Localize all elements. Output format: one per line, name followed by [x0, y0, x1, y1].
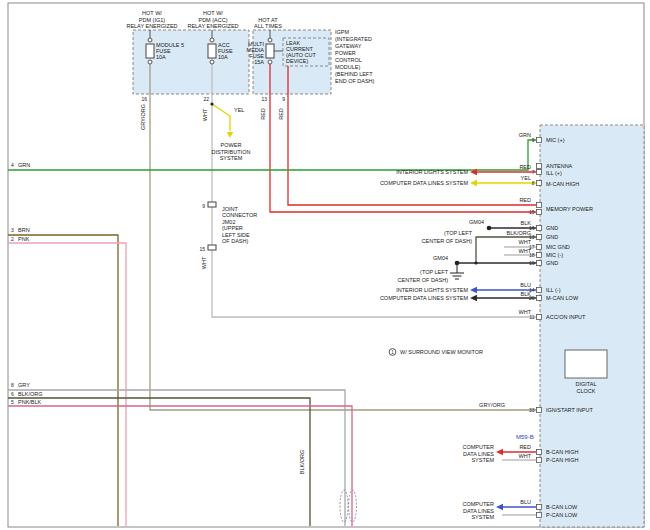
sys-data-lines-1: COMPUTER DATA LINES SYSTEM [380, 180, 469, 186]
sys-data-lines-3c: SYSTEM [471, 457, 494, 463]
component-pin-square-14 [537, 408, 542, 413]
lbl-pnk-left: PNK [18, 236, 30, 242]
left-pin-8: 8 [11, 382, 14, 388]
fuse-module5-body [146, 44, 154, 58]
component-pin-square-10 [537, 261, 542, 266]
fuse-multimedia-bottom-terminal [268, 60, 272, 64]
hot-ig1-3: RELAY ENERGIZED [126, 23, 177, 29]
igpm-label-5: CONTROL [335, 57, 362, 63]
digital-clock-label-2: CLOCK [577, 388, 596, 394]
wire-blk-org-left [8, 398, 310, 526]
arrow-data-lines-2 [470, 295, 477, 301]
row-gnd-19: GND [546, 260, 558, 266]
arrow-data-lines-4 [496, 504, 503, 510]
comp-pin-16: 16 [529, 225, 535, 231]
row-pcan-low: P-CAN LOW [546, 512, 578, 518]
comp-pin-33: 33 [529, 407, 535, 413]
power-dist-3: SYSTEM [220, 155, 243, 161]
fuse-acc-bottom-terminal [210, 60, 214, 64]
component-pin-square-5 [537, 210, 542, 215]
comp-pin-14: 14 [529, 287, 535, 293]
lbl-grn-left: GRN [18, 162, 30, 168]
row-antenna: ANTENNA [546, 163, 573, 169]
component-pin-square-6 [537, 226, 542, 231]
jm02-label-1: JOINT [222, 206, 239, 212]
gm04-1-loc-2: CENTER OF DASH) [422, 238, 473, 244]
comp-pin-8: 8 [532, 180, 535, 186]
row-ign-start-input: IGN/START INPUT [546, 407, 593, 413]
igpm-label-8: END OF DASH) [335, 78, 375, 84]
rlbl-gry-org: GRY/ORG [479, 402, 505, 408]
component-pin-square-15 [537, 450, 542, 455]
sys-data-lines-3a: COMPUTER [463, 444, 495, 450]
inline-connector-1 [340, 490, 348, 522]
digital-clock-label-1: DIGITAL [576, 381, 597, 387]
hot-ig1-2: PDM (IG1) [139, 17, 165, 23]
jm02-label-2: CONNECTOR [222, 212, 257, 218]
component-pin-square-2 [537, 170, 542, 175]
sys-data-lines-2: COMPUTER DATA LINES SYSTEM [380, 295, 469, 301]
component-pin-square-8 [537, 245, 542, 250]
connector-m59-b: M59-B [516, 434, 534, 440]
sys-interior-lights-2: INTERIOR LIGHTS SYSTEM [396, 287, 468, 293]
fuse-multimedia-label-4: 15A [254, 59, 264, 65]
wiring-diagram-page: HOT W/PDM (IG1)RELAY ENERGIZEDHOT W/PDM … [0, 0, 650, 530]
digital-clock-box [565, 350, 607, 378]
left-pin-4: 4 [11, 162, 14, 168]
row-ill-minus: ILL (-) [546, 287, 561, 293]
sys-data-lines-4a: COMPUTER [463, 501, 495, 507]
comp-pin-9: 9 [532, 137, 535, 143]
hot-ig1-1: HOT W/ [142, 10, 162, 16]
lbl-wht-top: WHT [202, 108, 208, 121]
component-pin-square-3 [537, 181, 542, 186]
rlbl-grn: GRN [519, 132, 531, 138]
rlbl-red-memory: RED [519, 197, 531, 203]
component-pin-square-1 [537, 164, 542, 169]
component-pin-square-17 [537, 505, 542, 510]
lbl-brn-left: BRN [18, 227, 30, 233]
component-pin-square-9 [537, 253, 542, 258]
comp-pin-13: 13 [529, 234, 535, 240]
junction-gnd [474, 261, 477, 264]
component-pin-square-12 [537, 296, 542, 301]
fuse-module5-label-3: 10A [156, 54, 166, 60]
row-mcan-high: M-CAN HIGH [546, 181, 579, 187]
gm04-1-name: GM04 [469, 219, 484, 225]
gm04-2-name: GM04 [433, 255, 448, 261]
lbl-gry-org-top: GRY/ORG [140, 104, 146, 130]
row-acc-on-input: ACC/ON INPUT [546, 314, 586, 320]
lbl-red-1: RED [260, 108, 266, 120]
row-gnd-16: GND [546, 225, 558, 231]
wire-grn-mic-plus [8, 140, 537, 170]
rlbl-wht-pcan: WHT [518, 453, 531, 459]
igpm-label-2: (INTEGRATED [335, 36, 372, 42]
jm02-pin-top-num: 9 [202, 203, 205, 209]
left-pin-5: 5 [11, 399, 14, 405]
arrow-data-lines-3 [496, 449, 503, 455]
row-memory-power: MEMORY POWER [546, 206, 593, 212]
hot-acc-2: PDM (ACC) [198, 17, 227, 23]
component-pin-square-13 [537, 315, 542, 320]
row-mcan-low: M-CAN LOW [546, 295, 579, 301]
fuse-module5-bottom-terminal [148, 60, 152, 64]
wire-brn-left [8, 235, 118, 526]
rlbl-yel-mcan: YEL [521, 175, 531, 181]
comp-pin-19: 19 [529, 260, 535, 266]
comp-pin-7: 7 [532, 169, 535, 175]
top-pin-16: 16 [141, 96, 147, 102]
sys-interior-lights-1: INTERIOR LIGHTS SYSTEM [396, 169, 468, 175]
left-pin-6: 6 [11, 391, 14, 397]
arrow-power-distribution [227, 132, 233, 138]
left-pin-3: 3 [11, 227, 14, 233]
jm02-label-6: OF DASH) [222, 238, 248, 244]
comp-pin-18: 18 [529, 252, 535, 258]
component-pin-square-0 [537, 138, 542, 143]
left-pin-2: 2 [11, 236, 14, 242]
component-pin-square-4 [537, 203, 542, 208]
junction-yel-wht [210, 102, 213, 105]
lbl-gry-left: GRY [18, 382, 30, 388]
hot-all-1: HOT AT [258, 17, 278, 23]
rlbl-blu-bcan: BLU [520, 499, 531, 505]
row-mic-minus: MIC (-) [546, 252, 563, 258]
jm02-pin-bottom-num: 15 [199, 246, 205, 252]
